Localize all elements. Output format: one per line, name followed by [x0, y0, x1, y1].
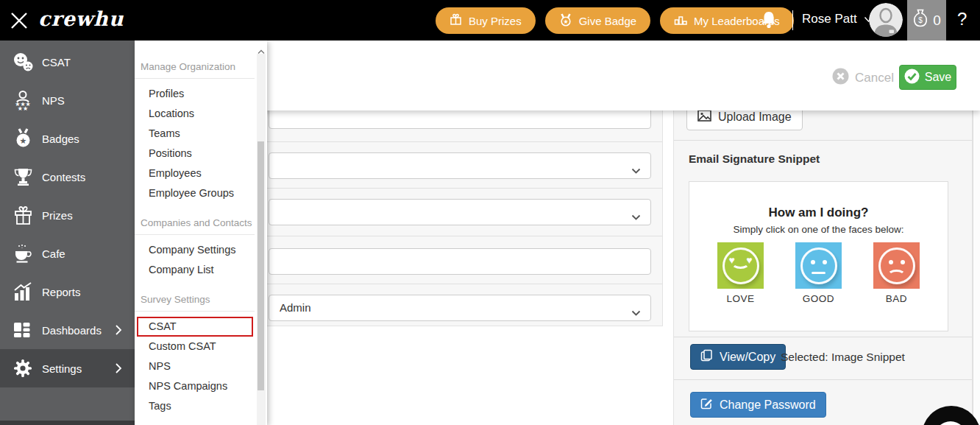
pencil-icon — [934, 421, 967, 425]
flyout-item-teams[interactable]: Teams — [135, 124, 267, 144]
chevron-down-icon — [631, 306, 641, 319]
gift-icon — [450, 13, 462, 28]
selected-snippet-text: Selected: Image Snippet — [781, 351, 905, 364]
help-button[interactable]: ? — [957, 9, 967, 29]
form-divider — [258, 236, 662, 236]
buy-prizes-button[interactable]: Buy Prizes — [436, 7, 536, 34]
notifications-bell-icon[interactable] — [759, 9, 781, 32]
face-label: BAD — [886, 293, 907, 304]
svg-text:★: ★ — [563, 18, 568, 25]
role-select[interactable]: Admin — [269, 295, 651, 321]
give-badge-button[interactable]: ★ Give Badge — [545, 7, 650, 34]
sidebar-item-csat[interactable]: CSAT — [0, 43, 135, 81]
flyout-scrollbar[interactable] — [256, 41, 266, 425]
points-box[interactable]: $ 0 — [907, 0, 946, 41]
snippet-title: How am I doing? — [689, 206, 948, 220]
sidebar-item-reports[interactable]: Reports — [0, 273, 135, 311]
flyout-section-manage-organization: Manage Organization — [135, 57, 255, 79]
faces-row: ♥ ♥ LOVE GOOD — [689, 242, 948, 304]
header-divider — [792, 10, 793, 30]
panel-divider — [674, 337, 972, 337]
chevron-down-icon — [631, 164, 641, 177]
face-bad[interactable]: BAD — [873, 242, 920, 304]
sidebar-item-settings[interactable]: Settings — [0, 349, 135, 387]
settings-flyout-menu: Manage Organization Profiles Locations T… — [135, 41, 267, 425]
check-circle-icon — [904, 69, 920, 87]
sidebar-bottom-strip — [0, 421, 135, 425]
select-input-2[interactable] — [269, 199, 651, 225]
flyout-item-positions[interactable]: Positions — [135, 144, 267, 164]
money-bag-icon: $ — [912, 9, 928, 32]
sidebar-item-prizes[interactable]: Prizes — [0, 196, 135, 234]
chevron-right-icon — [115, 324, 122, 338]
flyout-item-company-settings[interactable]: Company Settings — [135, 240, 267, 260]
flyout-item-custom-csat[interactable]: Custom CSAT — [135, 337, 267, 356]
flyout-item-csat[interactable]: CSAT — [137, 317, 253, 337]
flyout-section-companies-contacts: Companies and Contacts — [135, 213, 255, 235]
cancel-button[interactable]: Cancel — [832, 68, 894, 88]
svg-text:★★: ★★ — [18, 105, 28, 110]
select-input-1[interactable] — [269, 152, 651, 179]
nps-person-stars-icon: ★★★ ★★ — [10, 90, 35, 110]
sidebar-item-cafe[interactable]: Cafe — [0, 234, 135, 273]
save-button[interactable]: Save — [899, 65, 956, 90]
flyout-item-tags[interactable]: Tags — [135, 396, 267, 416]
change-password-button[interactable]: Change Password — [690, 392, 826, 418]
scroll-up-icon[interactable] — [258, 44, 265, 57]
form-divider — [258, 188, 662, 189]
header-nav-buttons: Buy Prizes ★ Give Badge My Leaderboards — [436, 7, 794, 34]
grid-icon — [10, 321, 35, 339]
right-panel: Upload Image Email Signature Snippet How… — [673, 110, 973, 425]
face-label: GOOD — [803, 293, 834, 304]
email-signature-title: Email Signature Snippet — [689, 152, 820, 166]
email-signature-snippet-preview: How am I doing? Simply click on one of t… — [689, 181, 948, 331]
cancel-x-icon — [832, 68, 849, 88]
face-label: LOVE — [726, 293, 754, 304]
gear-icon — [10, 358, 35, 379]
notification-dot — [775, 7, 782, 14]
flyout-item-profiles[interactable]: Profiles — [135, 84, 267, 104]
gift-icon — [10, 205, 35, 225]
form-divider — [258, 141, 662, 142]
profile-form-panel: Admin — [258, 110, 663, 326]
avatar[interactable] — [869, 3, 903, 37]
copy-icon — [700, 349, 713, 365]
bar-chart-icon — [10, 282, 35, 301]
crewhu-logo[interactable]: crewhu — [38, 7, 124, 30]
leaderboard-icon — [674, 15, 687, 27]
face-love[interactable]: ♥ ♥ LOVE — [717, 242, 764, 304]
flyout-item-employee-groups[interactable]: Employee Groups — [135, 183, 267, 203]
top-header: crewhu Buy Prizes ★ Give Badge — [0, 0, 980, 41]
medal-icon: ★ — [559, 13, 572, 29]
flyout-item-company-list[interactable]: Company List — [135, 260, 267, 280]
sidebar-item-nps[interactable]: ★★★ ★★ NPS — [0, 81, 135, 119]
bad-face-icon[interactable] — [873, 242, 920, 289]
close-icon[interactable] — [10, 11, 29, 30]
role-select-value: Admin — [269, 295, 650, 320]
face-good[interactable]: GOOD — [795, 242, 842, 304]
coffee-cup-icon — [10, 244, 35, 264]
flyout-item-nps[interactable]: NPS — [135, 356, 267, 376]
good-face-icon[interactable] — [795, 242, 842, 289]
sidebar-item-dashboards[interactable]: Dashboards — [0, 311, 135, 349]
panel-divider — [674, 379, 972, 380]
panel-divider — [674, 140, 972, 141]
flyout-item-employees[interactable]: Employees — [135, 164, 267, 183]
form-divider — [258, 284, 662, 284]
sidebar-item-badges[interactable]: ★ Badges — [0, 119, 135, 158]
text-input-2[interactable] — [269, 248, 651, 275]
love-face-icon[interactable]: ♥ ♥ — [717, 242, 764, 289]
chevron-down-icon — [631, 210, 641, 223]
points-count: 0 — [933, 13, 941, 29]
csat-faces-icon — [10, 52, 35, 72]
flyout-section-survey-settings: Survey Settings — [135, 289, 255, 312]
flyout-item-locations[interactable]: Locations — [135, 104, 267, 124]
medal-star-icon: ★ — [10, 128, 35, 149]
scrollbar-thumb[interactable] — [258, 141, 264, 390]
edit-icon — [700, 397, 713, 412]
svg-text:$: $ — [918, 16, 923, 24]
view-copy-button[interactable]: View/Copy — [690, 344, 786, 370]
user-menu[interactable]: Rose Patt — [802, 12, 873, 27]
flyout-item-nps-campaigns[interactable]: NPS Campaigns — [135, 376, 267, 396]
sidebar-item-contests[interactable]: Contests — [0, 158, 135, 196]
